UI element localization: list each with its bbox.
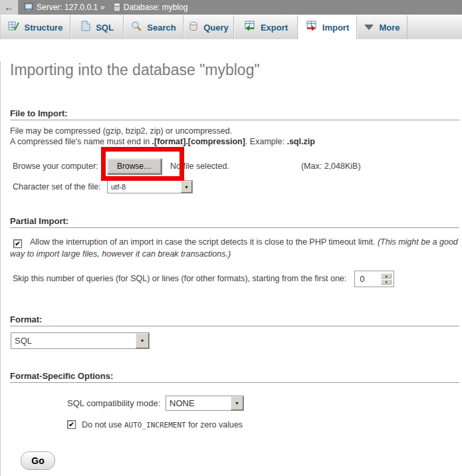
section-heading-partial: Partial Import: [10,216,462,227]
auto-increment-suffix: for zero values [186,420,243,429]
tab-label: Import [322,23,349,33]
tab-label: Structure [25,23,63,33]
section-format: Format: SQL ▼ [1,314,462,349]
section-partial-import: Partial Import: ✔Allow the interruption … [1,216,462,287]
skip-queries-value: 0 [360,274,364,284]
page-title: Importing into the database "myblog" [10,61,462,79]
section-heading-format-specific: Format-Specific Options: [10,371,462,382]
section-heading-file: File to Import: [10,108,462,119]
note-bold-format: .[format].[compression] [152,137,245,146]
auto-increment-prefix: Do not use [82,420,124,429]
tab-structure[interactable]: Structure [0,15,70,39]
note-bold-example: .sql.zip [287,137,314,146]
charset-row: Character set of the file: utf-8 ▼ [13,180,462,193]
charset-selected-value: utf-8 [108,183,181,191]
format-select[interactable]: SQL ▼ [11,332,150,349]
tab-label: Query [203,23,229,33]
compression-note: File may be compressed (gzip, bzip2, zip… [10,126,462,147]
charset-label: Character set of the file: [13,182,107,191]
chevron-down-icon [364,21,374,33]
divider [10,120,459,120]
tab-label: More [379,23,400,33]
spinner-buttons: ▲ ▼ [381,273,392,285]
go-button[interactable]: Go [21,451,55,470]
import-icon [306,21,317,34]
section-format-specific-options: Format-Specific Options: SQL compatibili… [1,371,462,429]
browse-label: Browse your computer: [13,162,107,171]
sql-compatibility-row: SQL compatibility mode: NONE ▼ [67,395,462,411]
breadcrumb-bar: ← Server: 127.0.0.1 » Database: myblog [0,0,462,15]
tab-bar: Structure SQL Search [0,15,462,39]
spin-down-icon[interactable]: ▼ [381,279,392,285]
charset-select[interactable]: utf-8 ▼ [107,180,193,193]
skip-queries-row: Skip this number of queries (for SQL) or… [13,270,462,287]
tab-label: Export [261,23,288,33]
note-line-2: A compressed file's name must end in [10,137,152,146]
skip-queries-label: Skip this number of queries (for SQL) or… [13,274,346,283]
auto-increment-checkbox[interactable]: ✔ [67,420,76,429]
tab-query[interactable]: Query [183,15,234,39]
section-file-to-import: File to Import: File may be compressed (… [1,108,462,193]
allow-interruption-text: Allow the interruption of an import in c… [30,237,378,247]
sql-compatibility-label: SQL compatibility mode: [67,398,166,408]
max-upload-size: (Max: 2,048KiB) [301,162,361,171]
back-button[interactable]: ← [0,0,19,15]
breadcrumb-server[interactable]: Server: 127.0.0.1 [37,3,98,12]
tab-label: Search [147,23,175,33]
tab-more[interactable]: More [357,15,407,39]
section-heading-format: Format: [10,314,462,325]
allow-interruption-checkbox[interactable]: ✔ [13,239,22,248]
tab-import[interactable]: Import [298,15,357,39]
tab-export[interactable]: Export [234,15,298,39]
sql-compatibility-value: NONE [166,398,231,408]
divider [10,227,459,228]
divider [10,326,459,326]
breadcrumb-database[interactable]: Database: myblog [124,3,188,12]
phpmyadmin-window: ← Server: 127.0.0.1 » Database: myblog [0,0,462,476]
divider [10,382,459,383]
sql-page-icon [80,21,90,34]
tab-search[interactable]: Search [124,15,183,39]
note-mid: . Example: [245,137,287,146]
breadcrumb-separator: » [100,3,105,12]
browse-button[interactable]: Browse… [107,158,162,174]
skip-queries-input[interactable]: 0 ▲ ▼ [354,271,394,287]
tab-sql[interactable]: SQL [70,15,124,39]
query-database-icon [189,21,198,34]
allow-interruption-row: ✔Allow the interruption of an import in … [10,237,459,260]
tab-bar-filler [407,15,462,39]
format-selected-value: SQL [11,336,136,346]
no-file-selected-text: No file selected. [170,162,229,171]
spin-up-icon[interactable]: ▲ [381,273,392,279]
chevron-down-icon[interactable]: ▼ [181,181,192,193]
structure-icon [8,21,19,34]
server-icon [24,3,34,12]
search-icon [131,21,142,34]
tab-label: SQL [96,23,114,33]
chevron-down-icon[interactable]: ▼ [231,396,243,410]
export-icon [244,21,255,34]
auto-increment-row: ✔ Do not use AUTO_INCREMENT for zero val… [67,419,462,429]
database-icon [113,3,121,12]
chevron-down-icon[interactable]: ▼ [136,333,149,348]
browse-row: Browse your computer: Browse… No file se… [13,158,462,175]
auto-increment-code: AUTO_INCREMENT [124,421,186,429]
note-line-1: File may be compressed (gzip, bzip2, zip… [10,126,232,136]
auto-increment-label: Do not use AUTO_INCREMENT for zero value… [82,420,243,429]
sql-compatibility-select[interactable]: NONE ▼ [166,396,244,411]
import-page: Importing into the database "myblog" Fil… [0,61,462,476]
